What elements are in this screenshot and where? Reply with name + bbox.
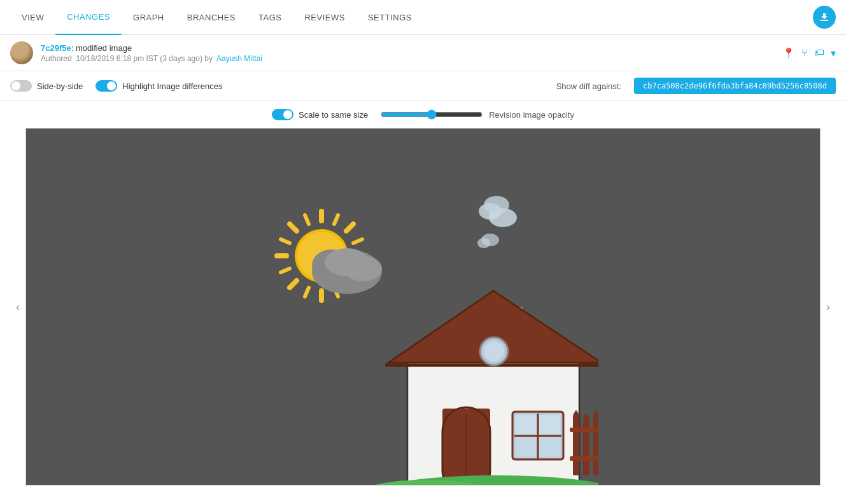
avatar <box>10 41 33 64</box>
scale-toggle-group: Scale to same size <box>272 109 368 120</box>
opacity-label: Revision image opacity <box>489 110 574 120</box>
svg-rect-54 <box>583 418 589 475</box>
nav-tags[interactable]: TAGS <box>247 0 293 35</box>
svg-rect-51 <box>539 437 560 457</box>
side-by-side-toggle-group: Side-by-side <box>10 80 83 92</box>
commit-hash[interactable]: 7c29f5e <box>41 43 71 53</box>
svg-rect-0 <box>821 20 828 21</box>
commit-author[interactable]: Aayush Mittai <box>216 54 262 63</box>
fork-icon[interactable]: ⑂ <box>801 47 808 59</box>
highlight-toggle-group: Highlight Image differences <box>95 80 222 92</box>
svg-rect-58 <box>570 428 598 432</box>
tag-icon[interactable]: 🏷 <box>814 47 824 59</box>
nav-branches[interactable]: BRANCHES <box>176 0 247 35</box>
toolbar: Side-by-side Highlight Image differences… <box>0 71 846 101</box>
prev-arrow[interactable]: ‹ <box>10 300 25 314</box>
commit-message: modified image <box>73 43 132 53</box>
highlight-label: Highlight Image differences <box>122 81 222 91</box>
commit-actions: 📍 ⑂ 🏷 ▾ <box>782 47 836 59</box>
image-viewer-container: ‹ <box>0 128 846 496</box>
svg-rect-50 <box>516 437 537 457</box>
svg-point-28 <box>477 238 490 248</box>
opacity-group: Revision image opacity <box>381 109 574 120</box>
side-by-side-label: Side-by-side <box>37 81 83 91</box>
commit-bar: 7c29f5e: modified image Authored 10/18/2… <box>0 35 846 71</box>
svg-point-26 <box>484 196 509 214</box>
commit-date: 10/18/2019 6:18 pm IST (3 days ago) by <box>76 54 213 63</box>
svg-rect-59 <box>570 456 598 461</box>
pin-icon[interactable]: 📍 <box>782 47 795 59</box>
side-by-side-toggle[interactable] <box>10 80 32 92</box>
svg-point-38 <box>484 341 504 361</box>
svg-rect-49 <box>539 415 560 435</box>
scale-label: Scale to same size <box>299 110 368 120</box>
scale-toggle[interactable] <box>272 109 293 120</box>
opacity-slider[interactable] <box>381 109 483 120</box>
highlight-toggle[interactable] <box>95 80 117 92</box>
nav-reviews[interactable]: REVIEWS <box>293 0 356 35</box>
avatar-image <box>10 41 33 64</box>
download-button[interactable] <box>813 6 836 29</box>
diff-hash-button[interactable]: cb7ca508c2de96f6fda3bfa84c89bd5256c8508d <box>634 78 836 94</box>
download-icon <box>819 12 829 22</box>
nav-view[interactable]: VIEW <box>10 0 55 35</box>
chevron-down-icon[interactable]: ▾ <box>831 47 836 59</box>
authored-label: Authored <box>41 54 72 63</box>
svg-rect-56 <box>593 415 598 475</box>
nav-graph[interactable]: GRAPH <box>122 0 176 35</box>
image-options: Scale to same size Revision image opacit… <box>0 101 846 128</box>
commit-meta: Authored 10/18/2019 6:18 pm IST (3 days … <box>41 54 782 63</box>
svg-rect-48 <box>516 415 537 435</box>
next-arrow[interactable]: › <box>821 300 836 314</box>
nav-changes[interactable]: CHANGES <box>55 0 122 35</box>
commit-title: 7c29f5e: modified image <box>41 43 782 53</box>
nav-settings[interactable]: SETTINGS <box>356 0 423 35</box>
svg-point-23 <box>325 248 369 276</box>
image-area <box>25 128 821 486</box>
house-image <box>248 129 598 485</box>
show-diff-label: Show diff against: <box>556 81 621 91</box>
svg-rect-52 <box>573 415 579 475</box>
commit-info: 7c29f5e: modified image Authored 10/18/2… <box>41 43 782 63</box>
top-nav: VIEW CHANGES GRAPH BRANCHES TAGS REVIEWS… <box>0 0 846 35</box>
